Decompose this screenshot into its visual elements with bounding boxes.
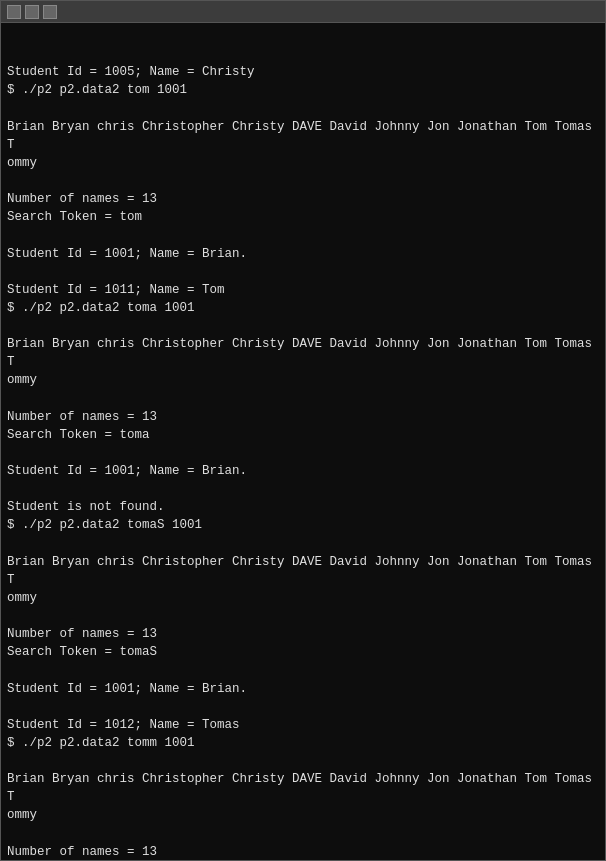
empty-line	[7, 317, 599, 335]
terminal-line: Student Id = 1005; Name = Christy	[7, 63, 599, 81]
empty-line	[7, 752, 599, 770]
minimize-button[interactable]	[7, 5, 21, 19]
empty-line	[7, 480, 599, 498]
titlebar	[1, 1, 605, 23]
terminal-line: Student Id = 1012; Name = Tomas	[7, 716, 599, 734]
terminal-line: Student is not found.	[7, 498, 599, 516]
terminal-window: Student Id = 1005; Name = Christy$ ./p2 …	[0, 0, 606, 861]
terminal-line: Student Id = 1001; Name = Brian.	[7, 462, 599, 480]
terminal-line: Brian Bryan chris Christopher Christy DA…	[7, 335, 599, 371]
terminal-line: ommy	[7, 806, 599, 824]
terminal-line: Student Id = 1011; Name = Tom	[7, 281, 599, 299]
empty-line	[7, 226, 599, 244]
empty-line	[7, 263, 599, 281]
empty-line	[7, 698, 599, 716]
terminal-line: Number of names = 13	[7, 843, 599, 860]
terminal-line: ommy	[7, 154, 599, 172]
empty-line	[7, 444, 599, 462]
empty-line	[7, 825, 599, 843]
terminal-output[interactable]: Student Id = 1005; Name = Christy$ ./p2 …	[1, 23, 605, 860]
terminal-line: Search Token = toma	[7, 426, 599, 444]
terminal-line: Brian Bryan chris Christopher Christy DA…	[7, 118, 599, 154]
maximize-button[interactable]	[25, 5, 39, 19]
terminal-prompt: $ ./p2 p2.data2 toma 1001	[7, 299, 599, 317]
terminal-line: Student Id = 1001; Name = Brian.	[7, 245, 599, 263]
terminal-prompt: $ ./p2 p2.data2 tom 1001	[7, 81, 599, 99]
empty-line	[7, 535, 599, 553]
terminal-line: Search Token = tom	[7, 208, 599, 226]
terminal-prompt: $ ./p2 p2.data2 tomm 1001	[7, 734, 599, 752]
empty-line	[7, 607, 599, 625]
terminal-line: Number of names = 13	[7, 408, 599, 426]
terminal-line: Student Id = 1001; Name = Brian.	[7, 680, 599, 698]
terminal-line: ommy	[7, 589, 599, 607]
terminal-line: Search Token = tomaS	[7, 643, 599, 661]
terminal-line: ommy	[7, 371, 599, 389]
terminal-line: Brian Bryan chris Christopher Christy DA…	[7, 553, 599, 589]
empty-line	[7, 100, 599, 118]
empty-line	[7, 661, 599, 679]
empty-line	[7, 390, 599, 408]
terminal-line: Brian Bryan chris Christopher Christy DA…	[7, 770, 599, 806]
titlebar-controls[interactable]	[7, 5, 57, 19]
close-button[interactable]	[43, 5, 57, 19]
terminal-line: Number of names = 13	[7, 190, 599, 208]
terminal-line: Number of names = 13	[7, 625, 599, 643]
terminal-prompt: $ ./p2 p2.data2 tomaS 1001	[7, 516, 599, 534]
empty-line	[7, 172, 599, 190]
